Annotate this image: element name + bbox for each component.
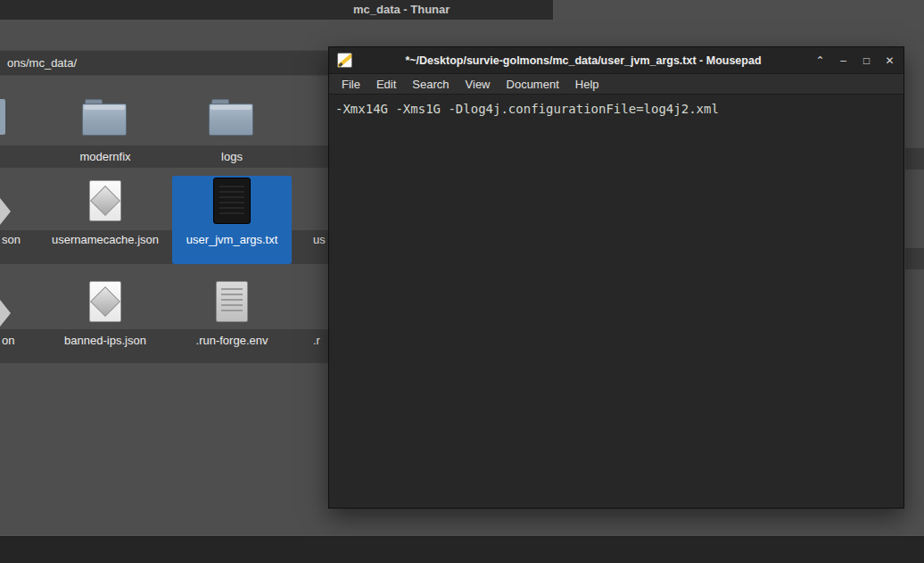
clipped-file-icon xyxy=(0,300,11,327)
clipped-file-item[interactable]: .r xyxy=(313,335,320,347)
file-item-label: modernfix xyxy=(79,151,130,163)
file-item-modernfix[interactable]: modernfix xyxy=(45,93,165,163)
json-file-icon xyxy=(89,277,121,327)
clipped-file-item[interactable]: on xyxy=(2,335,14,347)
file-item-usernamecache-json[interactable]: usernamecache.json xyxy=(45,176,165,246)
background-window-sliver xyxy=(905,46,924,536)
config-file-icon xyxy=(216,277,248,327)
desktop: mc_data - Thunar ons/mc_data/ modernfix … xyxy=(0,0,924,563)
thunar-window-title: mc_data - Thunar xyxy=(353,3,450,16)
mousepad-window: *~/Desktop/survie-golmons/mc_data/user_j… xyxy=(328,46,904,509)
label-row-band xyxy=(905,148,924,170)
menu-search[interactable]: Search xyxy=(404,74,457,95)
folder-icon xyxy=(82,93,128,143)
clipped-file-item[interactable]: us xyxy=(313,234,326,246)
window-controls: ⌃ – □ ✕ xyxy=(814,47,895,74)
folder-icon xyxy=(209,93,255,143)
file-item-label: usernamecache.json xyxy=(52,234,159,246)
file-item-label: banned-ips.json xyxy=(64,335,146,347)
minimize-button[interactable]: – xyxy=(837,47,849,74)
file-item-logs[interactable]: logs xyxy=(172,93,292,163)
maximize-button[interactable]: □ xyxy=(861,47,872,74)
mousepad-menubar: File Edit Search View Document Help xyxy=(329,74,903,95)
menu-view[interactable]: View xyxy=(458,74,499,95)
clipped-file-icon xyxy=(0,198,11,225)
mousepad-titlebar[interactable]: *~/Desktop/survie-golmons/mc_data/user_j… xyxy=(329,47,903,74)
path-bar-text: ons/mc_data/ xyxy=(0,51,328,75)
file-item-label: user_jvm_args.txt xyxy=(186,234,278,246)
menu-document[interactable]: Document xyxy=(499,74,567,95)
menu-file[interactable]: File xyxy=(334,74,368,95)
file-item-label: logs xyxy=(221,151,243,163)
menu-edit[interactable]: Edit xyxy=(368,74,404,95)
file-item-user-jvm-args-txt-selected[interactable]: user_jvm_args.txt xyxy=(172,176,292,264)
bottom-panel xyxy=(0,536,924,563)
label-row-band xyxy=(905,248,924,269)
clipped-file-item[interactable]: son xyxy=(2,234,21,246)
path-bar[interactable]: ons/mc_data/ xyxy=(0,50,328,76)
mousepad-window-title: *~/Desktop/survie-golmons/mc_data/user_j… xyxy=(352,54,814,67)
clipped-folder-icon xyxy=(0,99,5,135)
menu-help[interactable]: Help xyxy=(567,74,607,95)
file-item-label: .run-forge.env xyxy=(196,335,268,347)
editor-text-area[interactable]: -Xmx14G -Xms1G -Dlog4j.configurationFile… xyxy=(329,95,903,508)
file-item-banned-ips-json[interactable]: banned-ips.json xyxy=(45,277,165,347)
json-file-icon xyxy=(89,176,121,226)
mousepad-app-icon xyxy=(337,53,352,68)
shade-button[interactable]: ⌃ xyxy=(814,47,826,74)
file-item-run-forge-env[interactable]: .run-forge.env xyxy=(172,277,292,347)
text-file-icon xyxy=(213,176,251,226)
close-button[interactable]: ✕ xyxy=(884,47,895,74)
thunar-titlebar[interactable]: mc_data - Thunar xyxy=(0,0,553,20)
